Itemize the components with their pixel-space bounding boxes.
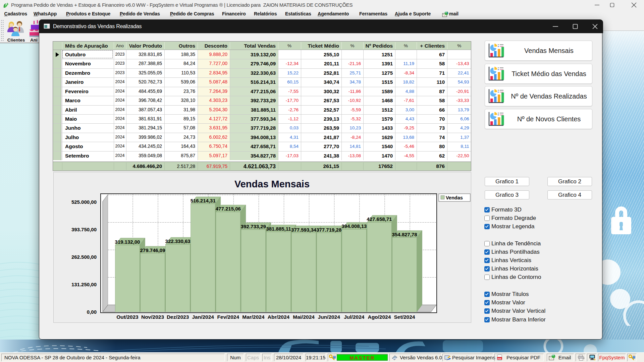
svg-text:319.132,00: 319.132,00 bbox=[115, 239, 140, 245]
svg-text:Nov/2023: Nov/2023 bbox=[141, 314, 164, 320]
svg-text:Set/2024: Set/2024 bbox=[394, 314, 415, 320]
svg-text:Out/2023: Out/2023 bbox=[116, 314, 139, 320]
svg-text:516.214,31: 516.214,31 bbox=[191, 198, 216, 203]
svg-text:262.500,00: 262.500,00 bbox=[71, 254, 97, 260]
svg-text:Fev/2024: Fev/2024 bbox=[217, 314, 239, 320]
svg-text:0,00: 0,00 bbox=[87, 309, 97, 315]
svg-text:393.750,00: 393.750,00 bbox=[71, 227, 97, 232]
svg-text:Ago/2024: Ago/2024 bbox=[368, 314, 391, 320]
svg-text:377.719,28: 377.719,28 bbox=[316, 227, 341, 233]
svg-text:Jan/2024: Jan/2024 bbox=[192, 314, 214, 320]
svg-text:279.746,09: 279.746,09 bbox=[140, 247, 165, 253]
svg-text:381.885,11: 381.885,11 bbox=[266, 226, 291, 232]
svg-text:354.827,78: 354.827,78 bbox=[392, 232, 417, 237]
svg-text:Jul/2024: Jul/2024 bbox=[344, 314, 365, 320]
svg-text:394.008,13: 394.008,13 bbox=[341, 223, 367, 229]
svg-text:Jun/2024: Jun/2024 bbox=[318, 314, 340, 320]
svg-text:477.215,06: 477.215,06 bbox=[216, 206, 241, 212]
svg-text:PDF: PDF bbox=[498, 358, 502, 360]
svg-text:322.330,63: 322.330,63 bbox=[165, 238, 191, 244]
svg-text:392.733,29: 392.733,29 bbox=[241, 224, 266, 229]
svg-text:377.593,34: 377.593,34 bbox=[291, 227, 317, 233]
svg-text:Mai/2024: Mai/2024 bbox=[293, 314, 315, 320]
svg-text:427.658,71: 427.658,71 bbox=[367, 216, 392, 222]
svg-text:Abr/2024: Abr/2024 bbox=[268, 314, 290, 320]
svg-text:Mar/2024: Mar/2024 bbox=[242, 314, 265, 320]
svg-text:Vendas Mensais: Vendas Mensais bbox=[234, 179, 310, 189]
svg-text:Dez/2023: Dez/2023 bbox=[167, 314, 189, 320]
svg-text:131.250,00: 131.250,00 bbox=[71, 282, 97, 287]
svg-text:525.000,00: 525.000,00 bbox=[71, 199, 97, 205]
svg-text:Vendas: Vendas bbox=[446, 195, 463, 200]
